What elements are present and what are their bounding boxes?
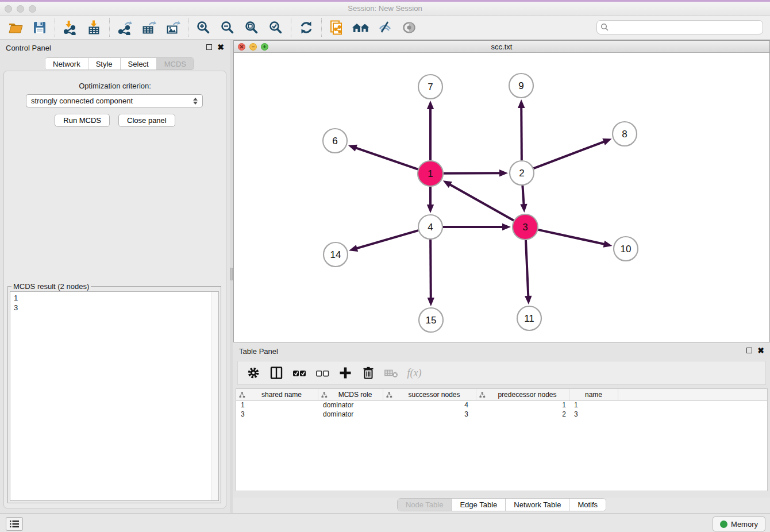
memory-label: Memory — [731, 520, 758, 529]
main-toolbar — [0, 16, 770, 40]
column-header-successor-nodes[interactable]: successor nodes — [383, 389, 476, 400]
close-panel-icon[interactable]: ✖ — [217, 44, 224, 51]
mcds-result-list: 1 3 — [10, 291, 219, 501]
criterion-dropdown[interactable]: strongly connected component — [26, 94, 203, 107]
float-panel-icon[interactable] — [206, 44, 212, 50]
close-table-panel-icon[interactable]: ✖ — [757, 347, 764, 354]
graph-arrowhead — [499, 169, 508, 176]
export-network-icon[interactable] — [113, 17, 137, 38]
cell-successor-nodes[interactable]: 3 — [383, 410, 476, 419]
deselect-all-checkboxes-icon[interactable] — [315, 365, 330, 380]
tab-edge-table[interactable]: Edge Table — [452, 499, 506, 511]
cytoscape-window: Session: New Session — [0, 0, 770, 532]
open-session-icon[interactable] — [3, 17, 28, 38]
graph-node-label: 4 — [428, 222, 433, 233]
save-session-icon[interactable] — [28, 17, 52, 38]
zoom-fit-icon[interactable] — [240, 17, 264, 38]
graph-arrowhead — [520, 204, 527, 213]
zoom-selected-icon[interactable] — [264, 17, 288, 38]
graph-edge-2-9[interactable] — [521, 106, 522, 160]
column-header-predecessor-nodes[interactable]: predecessor nodes — [476, 389, 569, 400]
panel-splitter[interactable] — [230, 40, 233, 513]
close-panel-button[interactable]: Close panel — [118, 114, 175, 127]
task-history-button[interactable] — [6, 517, 23, 531]
cell-predecessor-nodes[interactable]: 2 — [476, 410, 569, 419]
home-layout-icon[interactable] — [349, 17, 373, 38]
graph-edge-2-8[interactable] — [534, 141, 606, 168]
cell-predecessor-nodes[interactable]: 1 — [476, 401, 569, 410]
graph-edge-1-6[interactable] — [355, 148, 418, 169]
graph-arrowhead — [602, 138, 611, 145]
result-scrollbar[interactable] — [211, 292, 218, 500]
cell-mcds-role[interactable]: dominator — [318, 410, 383, 419]
cell-name[interactable]: 1 — [569, 401, 618, 410]
network-window-titlebar: ✕ – + scc.txt — [234, 41, 769, 53]
graph-edge-4-14[interactable] — [356, 230, 418, 249]
select-all-checkboxes-icon[interactable] — [292, 365, 307, 380]
export-image-icon[interactable] — [161, 17, 185, 38]
cell-shared-name[interactable]: 3 — [236, 410, 318, 419]
graph-edge-4-15[interactable] — [430, 240, 431, 299]
memory-button[interactable]: Memory — [713, 516, 765, 531]
tab-select[interactable]: Select — [121, 58, 157, 70]
network-canvas[interactable]: 7968124314101511 — [234, 53, 769, 342]
float-table-panel-icon[interactable] — [746, 348, 752, 353]
column-tree-icon — [386, 392, 392, 398]
mcds-result-title: MCDS result (2 nodes) — [11, 282, 91, 291]
delete-column-icon[interactable] — [361, 365, 376, 380]
graph-edge-3-11[interactable] — [526, 240, 528, 298]
table-row[interactable]: 3 dominator 3 2 3 — [236, 410, 767, 419]
zoom-out-icon[interactable] — [215, 17, 240, 38]
cell-mcds-role[interactable]: dominator — [318, 401, 383, 410]
network-graph[interactable]: 7968124314101511 — [234, 53, 769, 342]
graph-edge-3-10[interactable] — [538, 230, 605, 244]
graph-node-label: 1 — [428, 168, 433, 179]
mcds-result-item: 1 — [14, 293, 218, 303]
tab-style[interactable]: Style — [88, 58, 121, 70]
graph-arrowhead — [349, 245, 358, 252]
search-icon — [600, 23, 609, 32]
show-columns-icon[interactable] — [269, 365, 284, 380]
tab-mcds[interactable]: MCDS — [157, 58, 194, 70]
import-table-icon[interactable] — [82, 17, 106, 38]
cell-shared-name[interactable]: 1 — [236, 401, 318, 410]
mcds-result-item: 3 — [14, 303, 218, 313]
graph-edge-3-1[interactable] — [449, 184, 514, 221]
tab-motifs[interactable]: Motifs — [569, 499, 606, 511]
table-settings-icon[interactable] — [246, 365, 261, 380]
column-header-shared-name[interactable]: shared name — [236, 389, 318, 400]
table-toolbar: f(x) — [237, 361, 766, 385]
graph-node-label: 15 — [426, 315, 437, 326]
graph-edge-2-3[interactable] — [522, 186, 523, 206]
show-panels-icon[interactable] — [397, 17, 421, 38]
search-box[interactable] — [596, 20, 763, 34]
tab-network[interactable]: Network — [45, 58, 88, 70]
refresh-view-icon[interactable] — [294, 17, 318, 38]
hide-panels-icon[interactable] — [373, 17, 397, 38]
graph-edge-1-2[interactable] — [444, 173, 501, 174]
toolbar-separator — [188, 18, 188, 37]
add-column-icon[interactable] — [338, 365, 353, 380]
mcds-result-groupbox: MCDS result (2 nodes) 1 3 — [7, 286, 221, 503]
cell-name[interactable]: 3 — [569, 410, 618, 419]
column-header-mcds-role[interactable]: MCDS role — [318, 389, 383, 400]
tab-node-table[interactable]: Node Table — [398, 499, 452, 511]
splitter-grabber-icon[interactable] — [230, 268, 233, 280]
search-input[interactable] — [612, 23, 759, 32]
control-panel-tabs: Network Style Select MCDS — [45, 57, 194, 70]
tab-network-table[interactable]: Network Table — [506, 499, 569, 511]
clone-network-icon[interactable] — [325, 17, 349, 38]
graph-node-label: 3 — [522, 222, 528, 233]
graph-node-label: 14 — [330, 249, 341, 260]
node-table-header: shared name MCDS role successor nodes pr… — [236, 389, 767, 401]
import-network-icon[interactable] — [58, 17, 82, 38]
table-row[interactable]: 1 dominator 4 1 1 — [236, 401, 767, 410]
column-header-name[interactable]: name — [569, 389, 618, 400]
run-mcds-button[interactable]: Run MCDS — [55, 114, 110, 127]
titlebar: Session: New Session — [0, 2, 770, 16]
graph-node-label: 8 — [622, 129, 627, 140]
memory-status-icon — [720, 521, 727, 528]
zoom-in-icon[interactable] — [191, 17, 215, 38]
export-table-icon[interactable] — [137, 17, 161, 38]
cell-successor-nodes[interactable]: 4 — [383, 401, 476, 410]
